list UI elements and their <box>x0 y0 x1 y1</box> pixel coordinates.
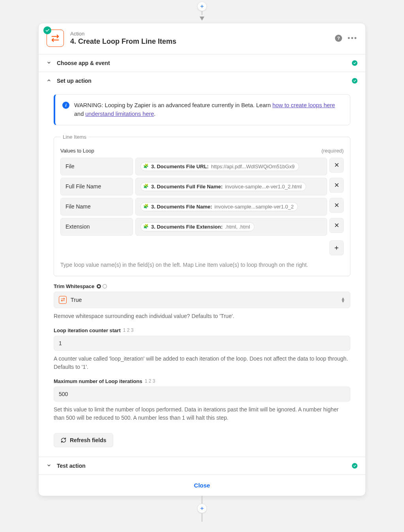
remove-row-button[interactable] <box>329 218 344 233</box>
section-test-action[interactable]: Test action <box>39 457 365 475</box>
remove-row-button[interactable] <box>329 158 344 173</box>
chevron-down-icon <box>47 463 51 469</box>
radio-on-icon <box>97 284 101 288</box>
close-icon <box>334 182 340 188</box>
trim-select[interactable]: True ▲▼ <box>54 292 350 308</box>
status-check-badge <box>43 26 51 34</box>
remove-row-button[interactable] <box>329 178 344 193</box>
setup-action-body: i WARNING: Looping by Zapier is an advan… <box>39 89 365 457</box>
max-help: Set this value to limit the number of lo… <box>54 406 350 422</box>
counter-input[interactable]: 1 <box>54 336 350 351</box>
info-icon: i <box>62 102 69 109</box>
chevron-up-icon <box>47 78 51 84</box>
check-icon <box>45 28 50 33</box>
card-header: Action 4. Create Loop From Line Items ? … <box>39 23 365 54</box>
remove-row-button[interactable] <box>329 198 344 213</box>
section-complete-icon <box>352 463 357 469</box>
line-items-hint: Type loop value name(s) in the field(s) … <box>60 262 344 268</box>
link-how-to-create-loops[interactable]: how to create loops here <box>272 102 335 108</box>
loop-tiny-icon <box>59 296 67 304</box>
mapping-value-input[interactable]: 🧩 3. Documents File URL: https://api.pdf… <box>135 158 327 175</box>
mapping-row: Full File Name 🧩 3. Documents Full File … <box>60 178 344 195</box>
trim-label: Trim Whitespace <box>54 283 94 289</box>
connector-line <box>202 11 202 15</box>
data-pill[interactable]: 🧩 3. Documents Full File Name: invoivce-… <box>140 182 306 191</box>
select-caret-icon: ▲▼ <box>341 297 345 302</box>
refresh-icon <box>60 437 67 443</box>
section-complete-icon <box>352 60 357 66</box>
line-items-fieldset: Line Items Values to Loop (required) Fil… <box>54 134 350 276</box>
trim-radio-group[interactable] <box>97 284 107 288</box>
line-items-legend: Line Items <box>60 134 89 140</box>
help-icon[interactable]: ? <box>335 35 342 42</box>
mapping-row: File 🧩 3. Documents File URL: https://ap… <box>60 158 344 175</box>
mapping-value-input[interactable]: 🧩 3. Documents Full File Name: invoivce-… <box>135 178 327 195</box>
values-to-loop-label: Values to Loop <box>60 148 94 154</box>
close-icon <box>334 222 340 228</box>
add-step-top-button[interactable] <box>197 2 207 11</box>
plus-icon <box>200 506 204 511</box>
mapping-key-input[interactable]: Full File Name <box>60 178 133 195</box>
more-options-icon[interactable]: ••• <box>348 35 357 42</box>
mapping-row: Extension 🧩 3. Documents File Extension:… <box>60 218 344 236</box>
required-label: (required) <box>322 148 344 154</box>
trim-help: Remove whitespace surrounding each indiv… <box>54 312 350 320</box>
app-pill-icon: 🧩 <box>143 224 149 229</box>
header-subtitle: Action <box>70 31 176 37</box>
radio-off-icon <box>103 284 107 288</box>
mapping-row: File Name 🧩 3. Documents File Name: invo… <box>60 198 344 216</box>
action-card: Action 4. Create Loop From Line Items ? … <box>38 23 366 496</box>
section-setup-action[interactable]: Set up action <box>39 72 365 89</box>
arrow-down-icon <box>200 17 204 20</box>
link-understand-limitations[interactable]: understand limitations here <box>85 111 154 117</box>
chevron-down-icon <box>47 60 51 66</box>
mapping-value-input[interactable]: 🧩 3. Documents File Extension: .html, .h… <box>135 218 327 236</box>
mapping-key-input[interactable]: File Name <box>60 198 133 216</box>
app-pill-icon: 🧩 <box>143 164 149 169</box>
section-complete-icon <box>352 78 357 84</box>
counter-help: A counter value called 'loop_iteration' … <box>54 355 350 371</box>
data-pill[interactable]: 🧩 3. Documents File Extension: .html, .h… <box>140 222 254 231</box>
close-icon <box>334 202 340 208</box>
add-row-button[interactable] <box>329 240 344 255</box>
data-pill[interactable]: 🧩 3. Documents File URL: https://api.pdf… <box>140 162 299 171</box>
app-pill-icon: 🧩 <box>143 204 149 209</box>
warning-banner: i WARNING: Looping by Zapier is an advan… <box>54 94 350 125</box>
connector-line <box>202 513 202 522</box>
close-button[interactable]: Close <box>39 475 365 496</box>
connector-line <box>202 496 202 504</box>
mapping-value-input[interactable]: 🧩 3. Documents File Name: invoivce-sampl… <box>135 198 327 216</box>
header-title: 4. Create Loop From Line Items <box>70 37 176 46</box>
close-icon <box>334 162 340 168</box>
counter-label: Loop iteration counter start <box>54 327 121 333</box>
add-step-bottom-button[interactable] <box>197 504 207 513</box>
refresh-fields-button[interactable]: Refresh fields <box>54 433 113 447</box>
max-input[interactable]: 500 <box>54 387 350 402</box>
plus-icon <box>200 4 204 9</box>
mapping-key-input[interactable]: Extension <box>60 218 133 236</box>
max-label: Maximum number of Loop iterations <box>54 378 142 384</box>
section-choose-app[interactable]: Choose app & event <box>39 54 365 72</box>
app-pill-icon: 🧩 <box>143 184 149 189</box>
mapping-key-input[interactable]: File <box>60 158 133 175</box>
data-pill[interactable]: 🧩 3. Documents File Name: invoivce-sampl… <box>140 202 298 211</box>
